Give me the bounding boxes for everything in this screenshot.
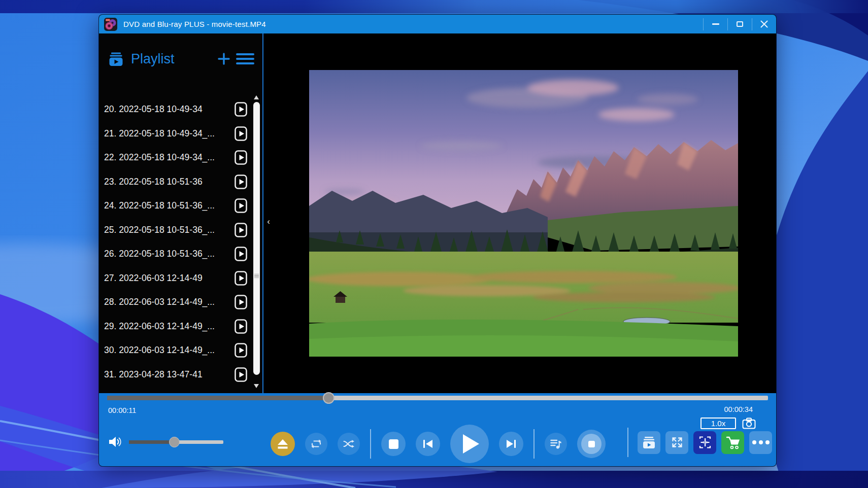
volume-slider[interactable] bbox=[129, 440, 223, 444]
scroll-up-icon[interactable] bbox=[254, 95, 259, 99]
scrollbar-grip-icon bbox=[254, 274, 259, 278]
playlist-item[interactable]: 27. 2022-06-03 12-14-49 bbox=[99, 266, 250, 291]
playlist-item-label: 31. 2023-04-28 13-47-41 bbox=[104, 369, 203, 380]
seek-track[interactable] bbox=[107, 396, 768, 400]
file-play-icon[interactable] bbox=[235, 295, 247, 309]
transport-separator bbox=[370, 429, 371, 459]
playlist-item[interactable]: 22. 2022-05-18 10-49-34_... bbox=[99, 146, 250, 170]
stop-icon bbox=[389, 439, 398, 449]
file-play-icon[interactable] bbox=[235, 343, 247, 358]
eject-icon bbox=[277, 439, 288, 449]
more-options-button[interactable] bbox=[749, 431, 772, 454]
more-icon bbox=[752, 440, 770, 444]
seek-fill bbox=[107, 396, 328, 400]
maximize-button[interactable] bbox=[728, 15, 752, 33]
file-play-icon[interactable] bbox=[235, 102, 247, 117]
playlist-item[interactable]: 29. 2022-06-03 12-14-49_... bbox=[99, 315, 250, 339]
playlist-item-label: 29. 2022-06-03 12-14-49_... bbox=[104, 321, 215, 332]
playlist-item-label: 27. 2022-06-03 12-14-49 bbox=[104, 273, 203, 284]
app-icon: DVD bbox=[104, 18, 117, 31]
playlist-item[interactable]: 24. 2022-05-18 10-51-36_... bbox=[99, 194, 250, 218]
video-frame bbox=[309, 70, 738, 357]
close-button[interactable] bbox=[752, 15, 776, 33]
playlist-panel: Playlist 20. 2022-05-18 10-49-34 21. 202… bbox=[99, 33, 262, 393]
play-queue-button[interactable] bbox=[545, 433, 567, 455]
close-icon bbox=[760, 20, 768, 28]
previous-button[interactable] bbox=[416, 432, 440, 456]
file-play-icon[interactable] bbox=[235, 175, 247, 189]
scrollbar-thumb[interactable] bbox=[253, 102, 260, 375]
playlist-item-label: 20. 2022-05-18 10-49-34 bbox=[104, 104, 203, 115]
file-play-icon[interactable] bbox=[235, 319, 247, 334]
next-button[interactable] bbox=[499, 432, 523, 456]
fullscreen-icon bbox=[671, 436, 684, 449]
volume-thumb[interactable] bbox=[169, 437, 180, 447]
repeat-icon bbox=[310, 437, 323, 450]
file-play-icon[interactable] bbox=[235, 198, 247, 213]
control-bar: 00:00:11 00:00:34 1.0x bbox=[99, 393, 776, 466]
play-icon bbox=[463, 434, 479, 454]
playlist-item[interactable]: 30. 2022-06-03 12-14-49_... bbox=[99, 338, 250, 363]
minimize-icon bbox=[712, 23, 719, 25]
volume-control bbox=[108, 435, 223, 449]
playlist-item[interactable]: 21. 2022-05-18 10-49-34_... bbox=[99, 122, 250, 146]
playlist-item[interactable]: 23. 2022-05-18 10-51-36 bbox=[99, 170, 250, 194]
playlist-icon bbox=[108, 51, 124, 67]
fit-to-window-button[interactable] bbox=[693, 431, 716, 454]
minimize-button[interactable] bbox=[704, 15, 727, 33]
scroll-down-icon[interactable] bbox=[254, 384, 259, 388]
playlist-item-label: 28. 2022-06-03 12-14-49_... bbox=[104, 297, 215, 307]
playlist-menu-button[interactable] bbox=[236, 51, 254, 67]
skip-forward-icon bbox=[506, 439, 516, 448]
playlist-item-label: 22. 2022-05-18 10-49-34_... bbox=[104, 152, 215, 163]
transport-controls bbox=[271, 422, 606, 466]
desktop: DVD DVD and Blu-ray PLUS - movie-test.MP… bbox=[0, 0, 868, 488]
playlist-title: Playlist bbox=[131, 51, 175, 67]
file-play-icon[interactable] bbox=[235, 150, 247, 165]
window-body: Playlist 20. 2022-05-18 10-49-34 21. 202… bbox=[99, 33, 776, 393]
volume-icon[interactable] bbox=[108, 435, 122, 449]
fit-to-center-icon bbox=[698, 435, 712, 449]
music-list-icon bbox=[549, 437, 562, 450]
eject-button[interactable] bbox=[271, 432, 295, 456]
playlist-item-label: 30. 2022-06-03 12-14-49_... bbox=[104, 345, 215, 356]
file-play-icon[interactable] bbox=[235, 271, 247, 286]
add-media-button[interactable] bbox=[216, 51, 232, 67]
playlist-item[interactable]: 25. 2022-05-18 10-51-36_... bbox=[99, 218, 250, 242]
playlist-item-label: 26. 2022-05-18 10-51-36_... bbox=[104, 249, 215, 259]
playlist-item-label: 23. 2022-05-18 10-51-36 bbox=[104, 177, 203, 187]
store-button[interactable] bbox=[721, 431, 744, 454]
collapse-panel-handle[interactable]: ‹ bbox=[265, 215, 272, 228]
file-play-icon[interactable] bbox=[235, 223, 247, 237]
file-play-icon[interactable] bbox=[235, 126, 247, 141]
shopping-cart-icon bbox=[725, 435, 741, 450]
play-button[interactable] bbox=[450, 425, 489, 463]
seek-thumb[interactable] bbox=[323, 392, 335, 404]
playlist-item[interactable]: 31. 2023-04-28 13-47-41 bbox=[99, 363, 250, 387]
current-time: 00:00:11 bbox=[108, 406, 136, 414]
video-list-icon bbox=[642, 436, 656, 449]
fullscreen-button[interactable] bbox=[665, 431, 688, 454]
record-button[interactable] bbox=[577, 430, 606, 458]
playlist-scrollbar[interactable] bbox=[253, 95, 260, 388]
playlist-item-label: 21. 2022-05-18 10-49-34_... bbox=[104, 128, 215, 139]
shuffle-button[interactable] bbox=[338, 433, 360, 455]
app-window: DVD DVD and Blu-ray PLUS - movie-test.MP… bbox=[98, 14, 777, 467]
repeat-button[interactable] bbox=[305, 433, 327, 455]
video-area[interactable] bbox=[263, 33, 776, 393]
volume-fill bbox=[129, 440, 174, 444]
playlist-toggle-button[interactable] bbox=[638, 431, 660, 454]
maximize-icon bbox=[737, 21, 743, 27]
window-controls bbox=[703, 15, 776, 33]
seek-bar[interactable] bbox=[107, 394, 768, 405]
playlist-item[interactable]: 20. 2022-05-18 10-49-34 bbox=[99, 97, 250, 122]
titlebar[interactable]: DVD DVD and Blu-ray PLUS - movie-test.MP… bbox=[99, 15, 776, 33]
stop-button[interactable] bbox=[381, 432, 406, 456]
shuffle-icon bbox=[342, 437, 355, 450]
total-time: 00:00:34 bbox=[724, 405, 753, 413]
playlist-item[interactable]: 28. 2022-06-03 12-14-49_... bbox=[99, 290, 250, 315]
playlist-item[interactable]: 26. 2022-05-18 10-51-36_... bbox=[99, 242, 250, 266]
playlist-header: Playlist bbox=[108, 48, 254, 70]
file-play-icon[interactable] bbox=[235, 247, 247, 261]
file-play-icon[interactable] bbox=[235, 367, 247, 382]
